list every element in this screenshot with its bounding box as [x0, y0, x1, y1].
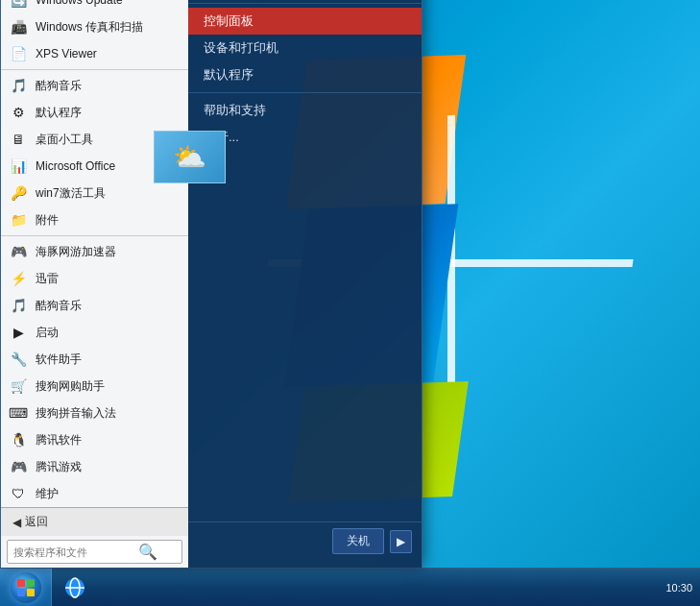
desktop: 🖥 网络 🗑 回收站 InternetExplorer ⛅	[0, 0, 700, 606]
apps-separator-1	[1, 69, 188, 70]
apps-list: Google Chrome 🌐 Internet Explorer (64 位)…	[1, 0, 188, 507]
app-item-sougou-pinyin[interactable]: ⌨ 搜狗拼音输入法	[1, 400, 188, 426]
haogame-label: 海豚网游加速器	[36, 244, 116, 260]
taskbar-time: 10:30	[665, 582, 692, 594]
svg-rect-9	[27, 589, 35, 596]
shutdown-arrow-button[interactable]: ▶	[390, 530, 412, 553]
taskbar-right-area: 10:30	[658, 569, 700, 606]
tencent-games-icon: 🎮	[9, 457, 28, 476]
app-item-software-helper[interactable]: 🔧 软件助手	[1, 346, 188, 373]
svg-rect-7	[27, 579, 35, 587]
startup-label: 启动	[36, 325, 59, 341]
search-box[interactable]: 🔍	[7, 540, 182, 564]
startup-icon: ▶	[9, 323, 28, 342]
devices-label: 设备和打印机	[204, 39, 278, 57]
search-icon: 🔍	[138, 543, 157, 561]
wupdate-icon: 🔄	[9, 0, 28, 10]
app-item-xps[interactable]: 📄 XPS Viewer	[1, 40, 188, 67]
wupdate-label: Windows Update	[36, 0, 123, 7]
app-item-win7tools[interactable]: 🔑 win7激活工具	[1, 180, 188, 206]
app-item-kugou2[interactable]: 🎵 酷狗音乐	[1, 292, 188, 319]
software-helper-label: 软件助手	[36, 351, 82, 368]
app-item-default-prog[interactable]: ⚙ 默认程序	[1, 99, 188, 126]
app-item-haogame[interactable]: 🎮 海豚网游加速器	[1, 238, 188, 265]
default-programs-label: 默认程序	[204, 66, 253, 84]
kugou2-icon: 🎵	[9, 296, 28, 315]
taskbar: 10:30	[0, 568, 700, 606]
default-prog-icon: ⚙	[9, 103, 28, 122]
right-separator-1	[188, 3, 422, 4]
start-menu: Google Chrome 🌐 Internet Explorer (64 位)…	[0, 0, 422, 568]
svg-rect-6	[17, 579, 25, 587]
haogame-icon: 🎮	[9, 242, 28, 261]
shutdown-area: 关机 ▶	[188, 521, 422, 560]
sougou-pinyin-label: 搜狗拼音输入法	[36, 405, 116, 422]
app-item-accessories[interactable]: 📁 附件	[1, 206, 188, 233]
right-item-control-panel[interactable]: 控制面板	[188, 8, 422, 35]
taskbar-pinned-area	[52, 569, 98, 606]
back-label: 返回	[25, 514, 48, 530]
weather-widget[interactable]: ⛅	[154, 131, 226, 183]
gadgets-icon: 🖥	[9, 130, 28, 149]
xps-icon: 📄	[9, 44, 28, 63]
apps-separator-2	[1, 235, 188, 236]
start-menu-footer: ◀ 返回	[1, 507, 188, 536]
app-item-fax[interactable]: 📠 Windows 传真和扫描	[1, 13, 188, 40]
help-label: 帮助和支持	[204, 102, 266, 119]
shutdown-button[interactable]: 关机	[332, 528, 384, 554]
back-arrow-icon: ◀	[12, 516, 21, 529]
accessories-label: 附件	[36, 212, 59, 229]
default-prog-label: 默认程序	[36, 105, 82, 121]
right-item-help[interactable]: 帮助和支持	[188, 97, 422, 124]
taskbar-ie-icon[interactable]	[58, 570, 92, 605]
kugou2-label: 酷狗音乐	[36, 298, 82, 314]
start-button[interactable]	[0, 569, 52, 607]
tencent-software-icon: 🐧	[9, 430, 28, 449]
mantis-label: 维护	[36, 486, 59, 502]
tencent-games-label: 腾讯游戏	[36, 459, 82, 475]
sougou-helper-icon: 🛒	[9, 376, 28, 396]
right-item-default-programs[interactable]: 默认程序	[188, 61, 422, 88]
win7tools-icon: 🔑	[9, 183, 28, 203]
office-icon: 📊	[9, 157, 28, 176]
search-input[interactable]	[13, 546, 138, 558]
weather-icon: ⛅	[173, 141, 206, 173]
app-item-mantis[interactable]: 🛡 维护	[1, 480, 188, 507]
start-menu-left-panel: Google Chrome 🌐 Internet Explorer (64 位)…	[1, 0, 188, 568]
sougou-helper-label: 搜狗网购助手	[36, 378, 105, 395]
kugou-icon: 🎵	[9, 76, 28, 95]
mantis-icon: 🛡	[9, 484, 28, 503]
app-item-tencent-games[interactable]: 🎮 腾讯游戏	[1, 453, 188, 480]
office-label: Microsoft Office	[36, 159, 115, 173]
fax-icon: 📠	[9, 17, 28, 36]
control-panel-label: 控制面板	[204, 12, 253, 30]
start-menu-right-panel: Administrator 文档 图片 音乐 游戏 计算机 控制面板 设备和打印…	[188, 0, 422, 568]
sougou-pinyin-icon: ⌨	[9, 403, 28, 423]
start-orb	[11, 572, 41, 603]
app-item-tencent-software[interactable]: 🐧 腾讯软件	[1, 426, 188, 453]
svg-rect-8	[17, 589, 25, 596]
app-item-xunlei[interactable]: ⚡ 迅雷	[1, 265, 188, 292]
xps-label: XPS Viewer	[36, 47, 97, 61]
accessories-icon: 📁	[9, 210, 28, 230]
fax-label: Windows 传真和扫描	[36, 19, 143, 36]
app-item-wupdate[interactable]: 🔄 Windows Update	[1, 0, 188, 13]
right-separator-2	[188, 92, 422, 93]
tencent-software-label: 腾讯软件	[36, 432, 82, 448]
right-item-devices[interactable]: 设备和打印机	[188, 35, 422, 61]
software-helper-icon: 🔧	[9, 350, 28, 369]
app-item-startup[interactable]: ▶ 启动	[1, 319, 188, 346]
gadgets-label: 桌面小工具	[36, 132, 93, 148]
xunlei-icon: ⚡	[9, 269, 28, 288]
back-item[interactable]: ◀ 返回	[9, 512, 52, 532]
app-item-kugou[interactable]: 🎵 酷狗音乐	[1, 72, 188, 99]
kugou-label: 酷狗音乐	[36, 78, 82, 94]
app-item-sougou-helper[interactable]: 🛒 搜狗网购助手	[1, 373, 188, 400]
win7tools-label: win7激活工具	[36, 185, 106, 202]
xunlei-label: 迅雷	[36, 271, 59, 287]
